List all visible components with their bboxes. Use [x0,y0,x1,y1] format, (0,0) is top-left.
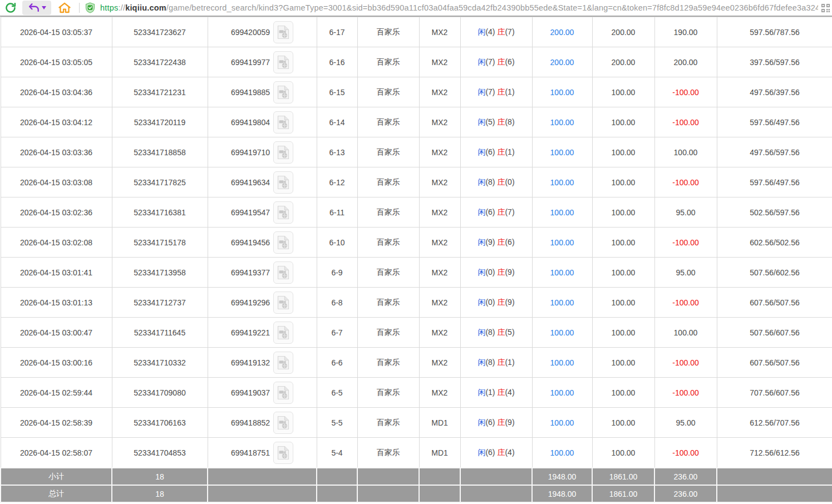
shoe-round: 5-4 [331,448,342,457]
valid-amount: 100.00 [612,88,636,97]
player-result-label: 闲 [477,27,485,36]
banker-result-label: 庄 [497,328,505,337]
banker-score: (6) [505,57,514,66]
player-result-label: 闲 [477,177,485,186]
table-code: MX2 [432,58,448,67]
table-row: 2026-04-15 03:04:36 523341721231 6994198… [1,77,832,107]
video-file-icon [277,386,289,400]
home-button[interactable] [57,1,72,15]
table-code: MX2 [432,328,448,337]
bet-time: 2026-04-15 03:01:13 [20,298,92,307]
player-score: (7) [485,87,495,96]
video-replay-button[interactable] [273,261,293,284]
valid-amount: 200.00 [612,28,636,37]
bet-amount-link[interactable]: 100.00 [550,178,574,187]
player-score: (0) [485,268,495,276]
toolbar-separator [79,3,80,13]
video-replay-button[interactable] [273,81,293,103]
win-loss: 190.00 [674,28,698,37]
bet-id: 523341722438 [134,58,185,67]
qr-code-button[interactable] [821,4,830,12]
subtotal-row: 小计 18 1948.00 1861.00 236.00 [1,468,832,485]
table-row: 2026-04-15 03:05:05 523341722438 6994199… [1,47,832,77]
video-replay-button[interactable] [273,111,293,134]
video-replay-button[interactable] [273,291,293,314]
game-name: 百家乐 [377,238,400,246]
player-result-label: 闲 [477,147,485,156]
table-code: MX2 [432,88,448,97]
table-row: 2026-04-15 02:58:39 523341706163 6994188… [1,408,832,438]
balance: 507.56/602.56 [750,268,800,277]
win-loss: -100.00 [672,388,698,397]
game-name: 百家乐 [377,57,400,66]
refresh-icon [4,2,17,14]
game-name: 百家乐 [377,117,400,126]
shoe-round: 6-11 [329,208,344,217]
banker-score: (7) [505,207,514,216]
player-result-label: 闲 [477,298,485,307]
bet-amount-link[interactable]: 100.00 [550,328,574,337]
table-code: MX2 [432,268,448,277]
table-row: 2026-04-15 02:58:07 523341704853 6994187… [1,438,832,468]
player-score: (0) [485,298,495,307]
bet-amount-link[interactable]: 100.00 [550,148,574,157]
video-file-icon [277,175,289,190]
bet-amount-link[interactable]: 100.00 [550,238,574,247]
url-domain: kiqiiu.com [125,3,166,12]
valid-amount: 100.00 [612,178,636,187]
video-replay-button[interactable] [273,51,293,73]
bet-amount-link[interactable]: 100.00 [550,118,574,127]
bet-id: 523341712737 [134,298,185,307]
address-bar[interactable]: https://kiqiiu.com/game/betrecord_search… [85,0,832,16]
total-winloss: 236.00 [674,490,698,498]
balance: 597.56/787.56 [750,28,800,37]
video-file-icon [277,25,289,39]
banker-result-label: 庄 [497,147,505,156]
bet-amount-link[interactable]: 100.00 [550,388,574,397]
bet-amount-link[interactable]: 100.00 [550,418,574,427]
video-replay-button[interactable] [273,382,293,404]
bet-id: 523341717825 [134,178,185,187]
bet-amount-link[interactable]: 100.00 [550,208,574,217]
table-row: 2026-04-15 03:02:08 523341715178 6994194… [1,228,832,258]
banker-score: (6) [505,238,514,246]
bet-amount-link[interactable]: 100.00 [550,268,574,277]
total-count: 18 [155,490,164,498]
bet-amount-link[interactable]: 100.00 [550,358,574,367]
banker-result-label: 庄 [497,298,505,307]
bet-id: 523341713958 [134,268,185,277]
bet-amount-link[interactable]: 100.00 [550,88,574,97]
video-replay-button[interactable] [273,231,293,254]
video-replay-button[interactable] [273,201,293,224]
bet-time: 2026-04-15 03:00:47 [20,328,92,337]
win-loss: -100.00 [672,298,698,307]
player-score: (4) [485,27,495,36]
balance: 397.56/597.56 [750,58,800,67]
table-row: 2026-04-15 03:01:41 523341713958 6994193… [1,258,832,288]
shoe-round: 6-16 [329,58,344,67]
video-replay-button[interactable] [273,412,293,434]
video-replay-button[interactable] [273,141,293,164]
balance: 497.56/397.56 [750,88,800,97]
game-name: 百家乐 [377,147,400,156]
bet-amount-link[interactable]: 100.00 [550,298,574,307]
bet-amount-link[interactable]: 200.00 [550,28,574,37]
video-replay-button[interactable] [273,21,293,43]
refresh-button[interactable] [3,1,18,15]
bet-amount-link[interactable]: 200.00 [550,58,574,67]
banker-score: (1) [505,358,514,367]
table-code: MX2 [432,238,448,247]
video-replay-button[interactable] [273,352,293,374]
banker-result-label: 庄 [497,87,505,96]
video-replay-button[interactable] [273,171,293,194]
valid-amount: 100.00 [612,358,636,367]
back-button[interactable] [22,1,51,15]
video-replay-button[interactable] [273,322,293,344]
url-scheme: https [100,3,118,12]
balance: 707.56/607.56 [750,388,800,397]
table-code: MD1 [431,448,448,457]
video-replay-button[interactable] [273,442,293,464]
banker-result-label: 庄 [497,177,505,186]
bet-amount-link[interactable]: 100.00 [550,448,574,457]
player-score: (6) [485,207,495,216]
